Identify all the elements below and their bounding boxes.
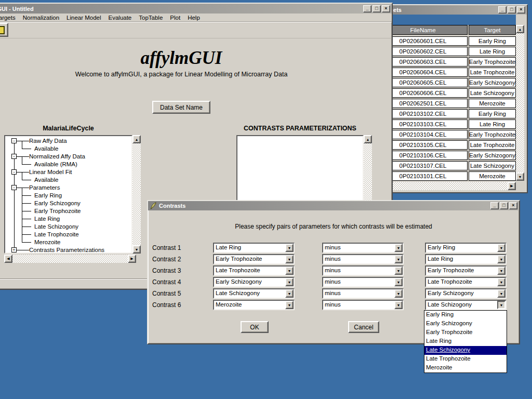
tree-item[interactable]: -Raw Affy Data	[5, 137, 131, 145]
tree-item[interactable]: -Linear Model Fit	[5, 168, 131, 176]
contrast-3-left-combo[interactable]: Late Trophozoite▼	[213, 265, 295, 276]
chevron-down-icon[interactable]: ▼	[394, 301, 403, 309]
tree-horizontal-scrollbar[interactable]: ◀ ▶	[4, 255, 136, 263]
scrollbar-track[interactable]	[378, 182, 508, 190]
table-row[interactable]: 0P02060602.CEL Late Ring	[378, 46, 516, 56]
contrast-3-right-combo[interactable]: Early Trophozoite▼	[425, 265, 507, 276]
chevron-down-icon[interactable]: ▼	[285, 301, 294, 309]
dropdown-option[interactable]: Late Trophozoite	[424, 355, 507, 364]
dropdown-option-selected[interactable]: Late Schizogony	[424, 346, 507, 355]
minimize-button[interactable]: _	[498, 6, 507, 14]
scroll-up-icon[interactable]: ▲	[516, 25, 524, 33]
table-row[interactable]: 0P02060605.CEL Early Schizogony	[378, 77, 516, 87]
column-header-target[interactable]: Target	[469, 25, 516, 35]
contrast-4-right-combo[interactable]: Late Trophozoite▼	[425, 277, 507, 287]
tree-item[interactable]: Available	[5, 176, 131, 184]
chevron-down-icon[interactable]: ▼	[285, 267, 294, 275]
minimize-button[interactable]: _	[490, 202, 499, 209]
contrast-4-op-combo[interactable]: minus▼	[322, 277, 404, 287]
chevron-down-icon[interactable]: ▼	[497, 267, 506, 275]
contrast-6-left-combo[interactable]: Merozoite▼	[213, 300, 295, 310]
table-row[interactable]: 0P02103102.CEL Early Ring	[378, 108, 516, 118]
tree-expand-icon[interactable]: +	[11, 247, 17, 252]
menu-plot[interactable]: Plot	[166, 15, 184, 21]
contrast-5-right-combo[interactable]: Early Schizogony▼	[425, 288, 507, 299]
chevron-down-icon[interactable]: ▼	[394, 267, 403, 275]
tree-item[interactable]: Early Ring	[5, 192, 131, 200]
toolbar-new-button[interactable]	[0, 23, 8, 37]
chevron-down-icon[interactable]: ▼	[394, 244, 403, 252]
contrast-4-left-combo[interactable]: Early Schizogony▼	[213, 277, 295, 287]
chevron-down-icon[interactable]: ▼	[285, 289, 294, 298]
scroll-down-icon[interactable]: ▼	[516, 172, 524, 181]
contrast-1-left-combo[interactable]: Late Ring▼	[213, 243, 295, 253]
contrast-3-op-combo[interactable]: minus▼	[322, 265, 404, 276]
chevron-down-icon[interactable]: ▼	[394, 289, 403, 298]
scroll-up-icon[interactable]: ▲	[364, 135, 372, 143]
menu-toptable[interactable]: TopTable	[135, 15, 166, 21]
table-row[interactable]: 0P02062501.CEL Merozoite	[378, 98, 516, 108]
tree-expand-icon[interactable]: -	[11, 185, 17, 190]
menu-normalization[interactable]: Normalization	[19, 15, 63, 21]
table-row[interactable]: 0P02103101.CEL Merozoite	[378, 170, 516, 181]
menu-linear-model[interactable]: Linear Model	[63, 15, 104, 21]
tree-item[interactable]: +Contrasts Parameterizations	[5, 246, 131, 254]
menu-targets[interactable]: Targets	[0, 15, 19, 21]
minimize-button[interactable]: _	[363, 5, 371, 12]
chevron-down-icon[interactable]: ▼	[394, 278, 403, 286]
contrasts-titlebar[interactable]: Contrasts _ □ ×	[148, 201, 519, 210]
maximize-button[interactable]: □	[373, 5, 381, 12]
chevron-down-icon[interactable]: ▼	[394, 255, 403, 263]
contrast-6-op-combo[interactable]: minus▼	[322, 300, 404, 310]
scroll-right-icon[interactable]: ▶	[128, 255, 136, 263]
dropdown-option[interactable]: Merozoite	[424, 364, 507, 373]
contrast-2-left-combo[interactable]: Early Trophozoite▼	[213, 254, 295, 264]
tree-item[interactable]: Late Trophozoite	[5, 231, 131, 238]
close-button[interactable]: ×	[382, 5, 390, 12]
table-row[interactable]: 0P02060601.CEL Early Ring	[378, 35, 516, 46]
scrollbar-track[interactable]	[132, 143, 141, 245]
close-button[interactable]: ×	[517, 6, 525, 14]
contrast-1-right-combo[interactable]: Early Ring▼	[425, 243, 507, 253]
targets-vertical-scrollbar[interactable]: ▲ ▼	[516, 25, 524, 181]
maximize-button[interactable]: □	[500, 202, 508, 209]
dropdown-option[interactable]: Early Ring	[424, 311, 507, 320]
contrast-6-right-combo[interactable]: Late Schizogony▼	[425, 300, 507, 310]
scroll-right-icon[interactable]: ▶	[508, 182, 516, 190]
targets-titlebar[interactable]: Targets _ □ ×	[378, 5, 527, 15]
table-row[interactable]: 0P02060603.CEL Early Trophozoite	[378, 56, 516, 66]
contrast-5-left-combo[interactable]: Late Schizogony▼	[213, 288, 295, 299]
tree-item[interactable]: -Normalized Affy Data	[5, 153, 131, 161]
contrast-2-op-combo[interactable]: minus▼	[322, 254, 404, 264]
chevron-down-icon[interactable]: ▼	[497, 301, 506, 309]
data-set-name-button[interactable]: Data Set Name	[152, 101, 210, 114]
scroll-down-icon[interactable]: ▼	[132, 245, 141, 254]
menu-help[interactable]: Help	[184, 15, 204, 21]
table-row[interactable]: 0P02103107.CEL Late Schizogony	[378, 160, 516, 170]
table-row[interactable]: 0P02060606.CEL Late Schizogony	[378, 87, 516, 98]
tree-item[interactable]: Early Schizogony	[5, 200, 131, 207]
dropdown-option[interactable]: Late Ring	[424, 337, 507, 346]
main-titlebar[interactable]: affylmGUI - Untitled _ □ ×	[0, 4, 392, 14]
chevron-down-icon[interactable]: ▼	[285, 278, 294, 286]
chevron-down-icon[interactable]: ▼	[497, 244, 506, 252]
tree-expand-icon[interactable]: -	[11, 138, 17, 143]
scroll-left-icon[interactable]: ◀	[4, 255, 12, 263]
targets-horizontal-scrollbar[interactable]: ▶	[378, 182, 516, 190]
chevron-down-icon[interactable]: ▼	[285, 255, 294, 263]
contrast-5-op-combo[interactable]: minus▼	[322, 288, 404, 299]
tree-item[interactable]: Merozoite	[5, 238, 131, 246]
close-button[interactable]: ×	[509, 202, 517, 209]
scrollbar-track[interactable]	[12, 255, 128, 263]
maximize-button[interactable]: □	[508, 6, 516, 14]
table-row[interactable]: 0P02103105.CEL Late Trophozoite	[378, 139, 516, 150]
chevron-down-icon[interactable]: ▼	[285, 244, 294, 252]
chevron-down-icon[interactable]: ▼	[497, 278, 506, 286]
contrast-1-op-combo[interactable]: minus▼	[322, 243, 404, 253]
tree-item[interactable]: Early Trophozoite	[5, 207, 131, 215]
tree-item[interactable]: -Parameters	[5, 184, 131, 192]
scrollbar-track[interactable]	[516, 33, 524, 172]
chevron-down-icon[interactable]: ▼	[497, 289, 506, 298]
tree-item[interactable]: Late Schizogony	[5, 223, 131, 231]
dropdown-option[interactable]: Early Trophozoite	[424, 328, 507, 337]
